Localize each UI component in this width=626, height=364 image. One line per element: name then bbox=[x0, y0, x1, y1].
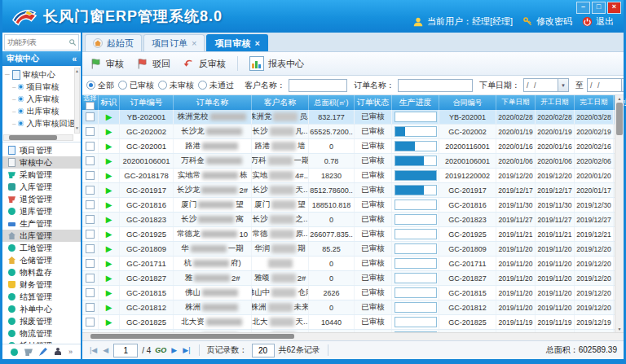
row-checkbox[interactable] bbox=[86, 215, 95, 224]
radio-unapproved[interactable]: 未审核 bbox=[158, 80, 194, 91]
toolbar-report-center-button[interactable]: 报表中心 bbox=[249, 56, 304, 71]
row-checkbox[interactable] bbox=[86, 259, 95, 268]
minimize-button[interactable]: – bbox=[576, 2, 590, 14]
next-page-button[interactable]: ▶ bbox=[170, 346, 178, 354]
sidebar-item-project-mgmt[interactable]: 项目管理 bbox=[2, 144, 81, 156]
logout-button[interactable]: 退出 bbox=[582, 15, 614, 28]
sidebar-item-return-store-mgmt[interactable]: 退库管理 bbox=[2, 205, 81, 217]
row-checkbox[interactable] bbox=[86, 186, 95, 195]
prev-page-button[interactable]: ◀ bbox=[102, 346, 109, 354]
sidebar-item-supplement-center[interactable]: 补单中心 bbox=[2, 303, 81, 315]
change-password-button[interactable]: 修改密码 bbox=[522, 15, 572, 28]
close-icon[interactable]: × bbox=[192, 39, 196, 47]
table-row[interactable]: ▶GC-201711杭府)0已审核GC-2017112019/11/202019… bbox=[82, 257, 615, 271]
tree-item-inbound-audit-rollback[interactable]: –入库审核回退 bbox=[5, 117, 73, 129]
sidebar-item-production-mgmt[interactable]: 生产管理 bbox=[2, 217, 81, 230]
page-number-input[interactable] bbox=[113, 344, 138, 357]
table-row[interactable]: ▶GC-202001路港路港墙0已审核202001160012020/01/16… bbox=[82, 139, 615, 154]
tab-home[interactable]: 起始页 bbox=[85, 34, 142, 51]
tree-item-inbound-audit[interactable]: –入库审核 bbox=[5, 93, 73, 105]
order-date-from-input[interactable]: / /▼ bbox=[523, 78, 569, 92]
sidebar-item-site-mgmt[interactable]: 工地管理 bbox=[2, 242, 81, 254]
row-checkbox[interactable] bbox=[86, 274, 95, 283]
select-all-checkbox[interactable] bbox=[86, 102, 95, 110]
row-checkbox[interactable] bbox=[86, 288, 95, 297]
table-row[interactable]: ▶GC-201925常德龙10常德原..266077.835..已审核GC-20… bbox=[82, 227, 615, 242]
table-row[interactable]: ▶GC-201827雅2#雅颂2#0已审核GC-2018272019/11/20… bbox=[82, 271, 615, 286]
go-button[interactable]: GO bbox=[155, 346, 166, 354]
row-checkbox[interactable] bbox=[86, 112, 95, 121]
close-icon[interactable]: × bbox=[254, 39, 259, 47]
status-dot-icon[interactable] bbox=[11, 349, 18, 356]
table-row[interactable]: ▶YB-202001株洲党校株洲党员..832.177已审核YB-2020012… bbox=[82, 110, 615, 125]
more-icon[interactable]: » bbox=[68, 348, 73, 356]
radio-approved[interactable]: 已审核 bbox=[118, 80, 154, 91]
scroll-down-icon[interactable]: ▼ bbox=[618, 326, 622, 332]
area-cell: 0 bbox=[309, 271, 355, 285]
toolbar-unapprove-button[interactable]: 反审核 bbox=[182, 57, 226, 70]
user-shortcut-icon[interactable] bbox=[54, 348, 62, 356]
chevron-down-icon[interactable]: ▼ bbox=[558, 79, 568, 91]
first-page-button[interactable]: |◀ bbox=[89, 346, 98, 354]
cart-shortcut-icon[interactable] bbox=[24, 348, 33, 356]
vertical-scrollbar[interactable]: ▲ ▼ bbox=[615, 95, 624, 332]
sidebar-item-outbound-mgmt[interactable]: 出库管理 bbox=[2, 230, 81, 242]
table-row[interactable]: ▶GC-201823长沙寓长沙之..0已审核GC-2018232019/11/2… bbox=[82, 213, 615, 227]
sidebar-item-returns-mgmt[interactable]: 退货管理 bbox=[2, 193, 81, 205]
row-checkbox[interactable] bbox=[86, 230, 95, 239]
row-checkbox[interactable] bbox=[86, 303, 95, 312]
row-checkbox[interactable] bbox=[86, 318, 95, 327]
scrollbar-thumb[interactable] bbox=[616, 103, 623, 135]
sidebar-item-inbound-mgmt[interactable]: 入库管理 bbox=[2, 181, 81, 193]
pin-icon[interactable]: « bbox=[72, 55, 77, 64]
table-row[interactable]: ▶GC-201825北大资北大天..10440已审核GC-2018252019/… bbox=[82, 315, 615, 330]
row-checkbox[interactable] bbox=[86, 200, 95, 209]
sidebar-item-audit-center[interactable]: 审核中心 bbox=[2, 156, 81, 169]
tab-project-orders[interactable]: 项目订单× bbox=[143, 34, 205, 51]
order-date-to-input[interactable]: / /▼ bbox=[587, 78, 624, 92]
order-name-input[interactable] bbox=[398, 79, 473, 92]
tree-root-audit-center[interactable]: ─ 审核中心 bbox=[5, 68, 73, 81]
row-checkbox[interactable] bbox=[86, 156, 95, 165]
table-row[interactable]: ▶20200106001万科金万科一期0.78已审核20200106001202… bbox=[82, 154, 615, 169]
tree-item-outbound-audit[interactable]: –出库审核 bbox=[5, 105, 73, 117]
sidebar-item-logistics-mgmt[interactable]: 物流管理 bbox=[2, 327, 81, 340]
table-row[interactable]: ▶GC-202002长沙龙长沙凡..65525.7200..已审核GC-2020… bbox=[82, 125, 615, 139]
close-button[interactable]: × bbox=[607, 2, 621, 14]
sidebar-item-purchase-mgmt[interactable]: 采购管理 bbox=[2, 169, 81, 181]
toolbar-approve-button[interactable]: 审核 bbox=[89, 57, 124, 70]
table-row[interactable]: ▶GC-201816厦门望厦门望188510.818已审核GC-20181620… bbox=[82, 198, 615, 213]
tab-project-audit[interactable]: 项目审核× bbox=[206, 34, 267, 51]
pen-shortcut-icon[interactable] bbox=[39, 348, 47, 356]
sidebar-item-material-inventory[interactable]: 物料盘存 bbox=[2, 266, 81, 278]
table-row[interactable]: ▶GC-201809华一期华润期85.25已审核GC-2018092019/11… bbox=[82, 242, 615, 257]
table-row[interactable]: ▶GC-201815佛山佛山中仓库2626已审核GC-2018152019/11… bbox=[82, 286, 615, 300]
scroll-up-icon[interactable]: ▲ bbox=[618, 95, 622, 102]
table-row[interactable]: ▶GC-2018178实地常栋实地4#..18230已审核20191220002… bbox=[82, 169, 615, 183]
sidebar-item-finance-mgmt[interactable]: 财务管理 bbox=[2, 278, 81, 291]
radio-all[interactable]: 全部 bbox=[86, 80, 114, 91]
sidebar-item-scrap-mgmt[interactable]: 报废管理 bbox=[2, 315, 81, 327]
page-size-input[interactable] bbox=[252, 344, 275, 357]
tree-vertical-scrollbar[interactable]: ▲▼ bbox=[74, 68, 80, 134]
horizontal-scrollbar[interactable] bbox=[82, 332, 624, 340]
function-search-input[interactable] bbox=[5, 38, 68, 46]
row-checkbox[interactable] bbox=[86, 142, 95, 151]
sidebar-item-settlement-mgmt[interactable]: 结算管理 bbox=[2, 291, 81, 303]
table-row[interactable]: ▶GC-201917长沙龙2#长沙天..8512.78600..已审核GC-20… bbox=[82, 183, 615, 198]
radio-rejected[interactable]: 未通过 bbox=[198, 80, 234, 91]
maximize-button[interactable]: □ bbox=[592, 2, 606, 14]
scrollbar-thumb[interactable] bbox=[9, 135, 57, 140]
row-checkbox[interactable] bbox=[86, 171, 95, 180]
row-checkbox[interactable] bbox=[86, 244, 95, 253]
tree-horizontal-scrollbar[interactable] bbox=[3, 134, 73, 141]
row-checkbox[interactable] bbox=[86, 127, 95, 136]
customer-name-input[interactable] bbox=[289, 79, 347, 92]
toolbar-reject-button[interactable]: 驳回 bbox=[135, 57, 170, 70]
tree-item-project-audit[interactable]: –项目审核 bbox=[5, 81, 73, 93]
scrollbar-thumb[interactable] bbox=[90, 334, 294, 339]
sidebar-item-warehouse-mgmt[interactable]: 仓储管理 bbox=[2, 254, 81, 266]
table-row[interactable]: ▶GC-201812株洲株洲未来0已审核GC-2018122019/11/202… bbox=[82, 300, 615, 315]
chevron-down-icon[interactable]: ▼ bbox=[621, 79, 624, 91]
last-page-button[interactable]: ▶| bbox=[182, 346, 191, 354]
